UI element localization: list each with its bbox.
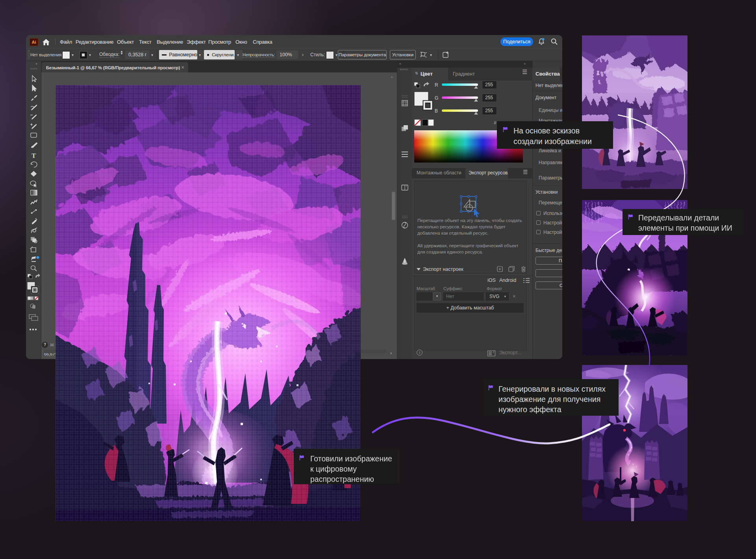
svg-text:T: T [32, 152, 36, 159]
